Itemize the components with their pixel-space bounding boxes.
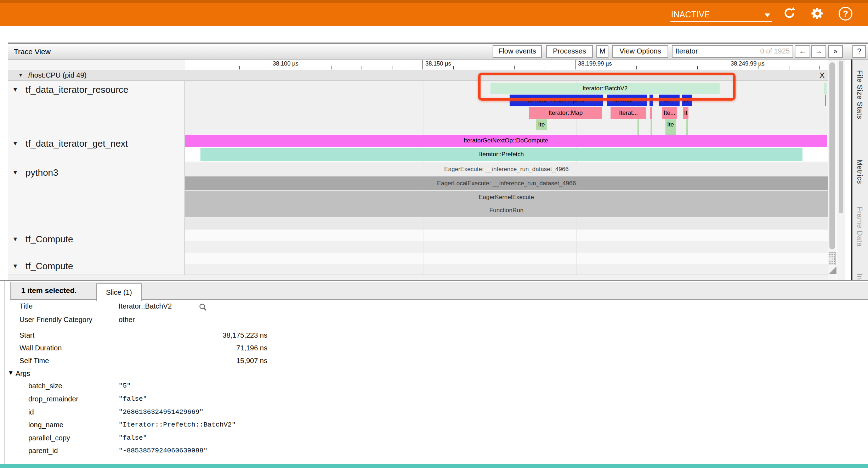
sidebar-tab-in: In (856, 274, 864, 280)
nav-button-jump[interactable]: » (828, 45, 843, 58)
nav-button-help[interactable]: ? (852, 45, 866, 58)
trace-event-eagerlocalexecute-inference-run-dataset-4966[interactable]: EagerLocalExecute: __inference_run_datas… (185, 176, 828, 190)
horizontal-scrollbar[interactable] (8, 275, 828, 280)
toolbar-button-m[interactable]: M (596, 45, 608, 58)
sidebar-tab-file-size-stats[interactable]: File Size Stats (856, 70, 864, 153)
trace-event-eagerkernelexecute[interactable]: EagerKernelExecute (185, 191, 828, 204)
selection-summary: 1 item selected. (21, 286, 76, 295)
nav-button-next[interactable]: → (811, 45, 826, 58)
canvas-scrollbar-thumb[interactable] (829, 62, 835, 249)
nav-button-prev[interactable]: ← (795, 45, 810, 58)
trace-event-bar[interactable] (825, 95, 826, 106)
tab-slice[interactable]: Slice (1) (96, 283, 142, 301)
selection-highlight-rectangle (478, 73, 736, 101)
toolbar-button-flow-events[interactable]: Flow events (493, 45, 542, 58)
trace-event-bar[interactable] (824, 83, 827, 94)
toolbar-button-view-options[interactable]: View Options (612, 45, 668, 58)
trace-event-iterator-map[interactable]: Iterator::Map (529, 107, 602, 119)
help-icon[interactable]: ? (839, 7, 853, 21)
panel-scrollbar-thumb[interactable] (839, 61, 843, 213)
settings-gear-icon[interactable] (810, 6, 824, 21)
trace-event-functionrun[interactable]: FunctionRun (185, 204, 828, 217)
search-match-count: 0 of 1925 (760, 47, 790, 55)
toolbar-button-processes[interactable]: Processes (546, 45, 593, 58)
empty-row-band (185, 230, 828, 241)
help-label: ? (839, 7, 852, 21)
top-app-bar: INACTIVE ? (0, 0, 868, 26)
sidebar-tab-metrics[interactable]: Metrics (856, 159, 864, 200)
panel-title: Trace View (14, 47, 51, 56)
trace-event-iterator-prefetch[interactable]: Iterator::Prefetch (200, 148, 802, 161)
details-left-border (4, 281, 5, 464)
chevron-down-icon (765, 13, 770, 17)
collapse-caret-icon[interactable]: ▾ (19, 71, 22, 79)
timeline-ruler[interactable] (185, 60, 828, 70)
search-input[interactable]: Iterator0 of 1925 (672, 45, 793, 58)
close-button[interactable]: X (819, 71, 825, 80)
status-dropdown[interactable]: INACTIVE (670, 9, 772, 22)
sidebar-tab-frame-data: Frame Data (856, 207, 864, 270)
process-title: /host:CPU (pid 49) (28, 71, 87, 79)
refresh-icon[interactable] (783, 6, 797, 21)
trace-event-bar[interactable] (650, 107, 652, 119)
empty-row-band (185, 218, 828, 230)
bottom-accent-bar (0, 464, 868, 468)
trace-event-it[interactable]: It (683, 107, 688, 119)
magnifier-icon[interactable] (198, 303, 208, 313)
drag-grip-handle[interactable] (829, 252, 836, 265)
search-value: Iterator (675, 47, 698, 55)
resize-corner-icon[interactable] (829, 266, 836, 274)
trace-event-ite[interactable]: Ite... (662, 107, 677, 119)
tensorboard-trace-viewer: INACTIVE ? Trace View ▾ /host:CPU (pid 4… (0, 0, 868, 468)
track-label-column (8, 81, 185, 275)
trace-event-eagerexecute-inference-run-dataset-4966[interactable]: EagerExecute: __inference_run_dataset_49… (185, 163, 828, 176)
status-label: INACTIVE (671, 10, 710, 19)
trace-event-ite[interactable]: Ite (536, 119, 547, 130)
ruler-left-gutter (8, 60, 185, 70)
trace-event-iterat[interactable]: Iterat... (611, 107, 646, 119)
details-panel (0, 281, 868, 464)
trace-event-iteratorgetnextop-docompute[interactable]: IteratorGetNextOp::DoCompute (185, 135, 827, 147)
empty-row-band (185, 253, 828, 264)
